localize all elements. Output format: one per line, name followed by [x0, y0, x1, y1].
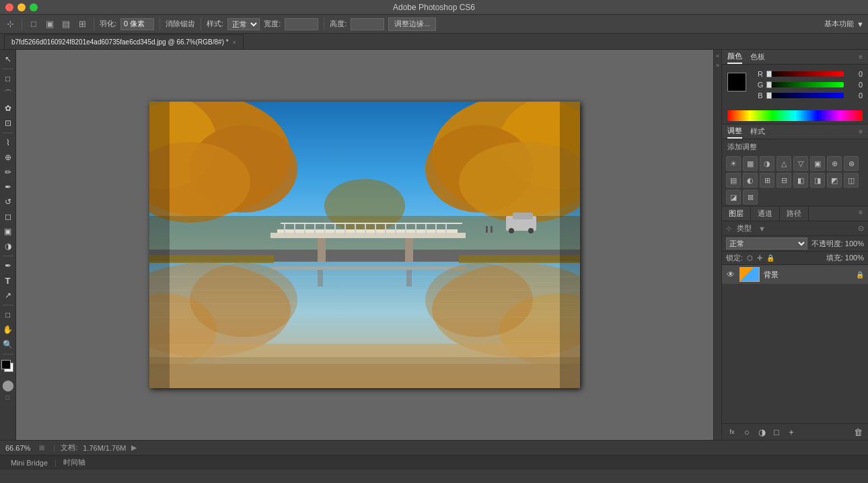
posterize-adj[interactable]: ◧: [793, 173, 808, 188]
blue-thumb[interactable]: [766, 92, 772, 99]
sub-icon[interactable]: ▤: [60, 18, 72, 30]
color-panel-collapse[interactable]: ≡: [859, 53, 863, 61]
workspace-dropdown-icon[interactable]: ▼: [857, 20, 864, 28]
width-input[interactable]: [285, 18, 318, 30]
minimize-button[interactable]: [17, 3, 26, 11]
blue-slider[interactable]: [766, 93, 844, 98]
foreground-color-swatch[interactable]: [727, 73, 746, 91]
layers-tab[interactable]: 图层: [722, 207, 751, 221]
red-thumb[interactable]: [766, 71, 772, 77]
green-slider[interactable]: [766, 82, 844, 87]
hdr-adj[interactable]: ⊠: [743, 190, 758, 205]
zoom-tool[interactable]: 🔍: [1, 338, 15, 351]
curves-adj[interactable]: ◑: [760, 156, 774, 171]
photofilter-adj[interactable]: ▤: [726, 173, 741, 188]
feather-input[interactable]: [120, 18, 154, 30]
clone-tool[interactable]: ✒: [1, 180, 15, 194]
layer-item-background[interactable]: 👁 背景 🔒: [722, 265, 868, 284]
doc-label: 文档:: [61, 443, 77, 453]
brightness-adj[interactable]: ☀: [726, 156, 741, 171]
shape-tool[interactable]: □: [1, 308, 15, 322]
layers-panel-menu[interactable]: ≡: [853, 207, 868, 221]
filter-dropdown[interactable]: ▼: [758, 225, 766, 233]
blend-mode-select[interactable]: 正常: [726, 237, 807, 250]
zoom-icon[interactable]: ⊞: [36, 442, 48, 454]
marquee-tool-icon[interactable]: ⊹: [4, 18, 16, 30]
style-select[interactable]: 正常: [227, 18, 260, 30]
gradient-tool[interactable]: ▣: [1, 225, 15, 238]
layer-delete-button[interactable]: 🗑: [852, 426, 864, 438]
lasso-tool[interactable]: ⌒: [1, 87, 15, 100]
intersect-icon[interactable]: ⊞: [76, 18, 88, 30]
mini-bridge-tab[interactable]: Mini Bridge: [5, 459, 53, 467]
adj-panel-collapse[interactable]: ≡: [859, 128, 863, 135]
selective-color-adj[interactable]: ◫: [844, 173, 859, 188]
eraser-tool[interactable]: ◻: [1, 210, 15, 223]
brush-tool[interactable]: ✏: [1, 165, 15, 179]
document-tab[interactable]: b7fd5266d0160924f8201e4ad60735fae6cd345d…: [4, 34, 244, 49]
gradient-map-adj[interactable]: ◩: [827, 173, 842, 188]
layer-new-button[interactable]: +: [785, 426, 797, 438]
collapse-icon[interactable]: «: [715, 52, 721, 59]
rect-select-icon[interactable]: □: [28, 18, 40, 30]
layer-adjustment-button[interactable]: ◑: [756, 426, 768, 438]
marquee-tool[interactable]: □: [1, 72, 15, 85]
red-slider[interactable]: [766, 71, 844, 77]
bottom-sep: |: [55, 459, 57, 467]
tool-sep-4: [3, 305, 13, 305]
swatches-tab[interactable]: 色板: [750, 50, 765, 63]
invert-adj[interactable]: ⊟: [776, 173, 791, 188]
foreground-color[interactable]: [1, 360, 11, 369]
tab-close-button[interactable]: ×: [233, 39, 236, 46]
color-tab[interactable]: 颜色: [727, 50, 742, 64]
pen-tool[interactable]: ✒: [1, 259, 15, 272]
filter-toggle[interactable]: ⊙: [858, 224, 864, 233]
adjustments-tab[interactable]: 调整: [727, 124, 742, 139]
paths-tab[interactable]: 路径: [780, 207, 809, 221]
history-brush-tool[interactable]: ↺: [1, 195, 15, 209]
green-thumb[interactable]: [766, 81, 772, 88]
screen-mode[interactable]: □: [6, 394, 9, 401]
eyedropper-tool[interactable]: ⌇: [1, 136, 15, 149]
quick-select-tool[interactable]: ✿: [1, 102, 15, 115]
color-spectrum[interactable]: [727, 110, 863, 121]
layer-visibility-icon[interactable]: 👁: [726, 270, 735, 279]
colorlookup-adj[interactable]: ⊞: [760, 173, 774, 188]
lock-position-icon[interactable]: ✛: [757, 254, 762, 262]
move-tool[interactable]: ↖: [1, 52, 15, 66]
height-input[interactable]: [351, 18, 384, 30]
vibrance-adj[interactable]: ▽: [793, 156, 808, 171]
dodge-tool[interactable]: ◑: [1, 239, 15, 253]
svg-point-45: [190, 263, 297, 337]
color-swatches[interactable]: [1, 360, 15, 373]
type-tool[interactable]: T: [1, 274, 15, 287]
styles-tab[interactable]: 样式: [750, 125, 765, 138]
filter-type-icon: ⊹: [726, 225, 731, 232]
channelmixer-adj[interactable]: ◐: [743, 173, 758, 188]
expand-icon[interactable]: »: [715, 62, 721, 69]
channels-tab[interactable]: 通道: [751, 207, 780, 221]
layer-group-button[interactable]: □: [770, 426, 783, 438]
lock-pixels-icon[interactable]: ⬡: [747, 254, 753, 262]
path-select-tool[interactable]: ↗: [1, 289, 15, 302]
threshold-adj[interactable]: ◨: [810, 173, 825, 188]
colorbalance-adj[interactable]: ⊕: [827, 156, 842, 171]
hsl-adj[interactable]: ▣: [810, 156, 825, 171]
timeline-tab[interactable]: 时间轴: [58, 457, 91, 468]
hand-tool[interactable]: ✋: [1, 323, 15, 336]
add-icon[interactable]: ▣: [44, 18, 56, 30]
bw-adj[interactable]: ⊗: [844, 156, 859, 171]
exposure-adj[interactable]: △: [776, 156, 791, 171]
layer-fx-button[interactable]: fx: [726, 426, 738, 438]
heal-tool[interactable]: ⊕: [1, 151, 15, 164]
doc-info-arrow[interactable]: ▶: [131, 443, 137, 452]
layer-mask-button[interactable]: ○: [741, 426, 753, 438]
quick-mask-mode[interactable]: ⬤: [2, 379, 14, 392]
lock-all-icon[interactable]: 🔒: [766, 254, 774, 262]
shadow-highlight-adj[interactable]: ◪: [726, 190, 741, 205]
refine-edge-button[interactable]: 调整边缘...: [388, 17, 436, 31]
close-button[interactable]: [5, 3, 13, 11]
crop-tool[interactable]: ⊡: [1, 116, 15, 130]
levels-adj[interactable]: ▦: [743, 156, 758, 171]
maximize-button[interactable]: [30, 3, 38, 11]
